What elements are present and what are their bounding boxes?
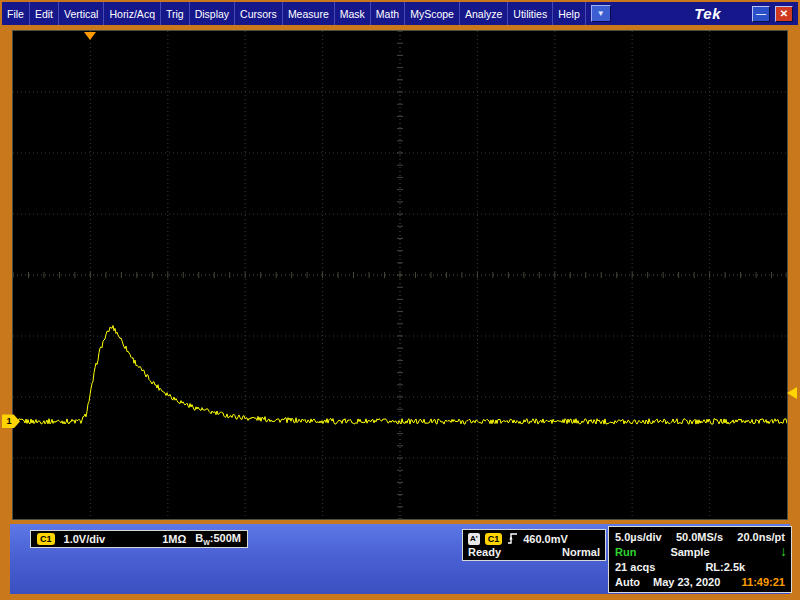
channel-scale: 1.0V/div (64, 533, 106, 545)
menu-item-math[interactable]: Math (371, 2, 405, 25)
trigger-position-marker[interactable] (84, 32, 96, 40)
acq-time: 11:49:21 (742, 576, 785, 588)
channel-readout[interactable]: C1 1.0V/div 1MΩ BW:500M (30, 530, 248, 548)
rising-edge-icon (507, 532, 518, 545)
window-controls: Tek — ✕ (694, 5, 798, 22)
menu-item-cursors[interactable]: Cursors (235, 2, 283, 25)
graticule: 1 (12, 30, 788, 520)
date-row: Auto May 23, 2020 11:49:21 (615, 576, 785, 588)
close-button[interactable]: ✕ (775, 6, 793, 22)
acquisition-readout[interactable]: 5.0µs/div 50.0MS/s 20.0ns/pt Run Sample … (608, 526, 792, 593)
trigger-readout[interactable]: A' C1 460.0mV Ready Normal (462, 529, 606, 561)
oscilloscope-screen: File Edit Vertical Horiz/Acq Trig Displa… (0, 0, 800, 600)
acq-mode: Sample (670, 546, 709, 558)
acq-date: May 23, 2020 (653, 576, 720, 588)
menu-item-utilities[interactable]: Utilities (508, 2, 553, 25)
timebase-row: 5.0µs/div 50.0MS/s 20.0ns/pt (615, 531, 785, 543)
sample-rate: 50.0MS/s (676, 531, 723, 543)
minimize-button[interactable]: — (752, 6, 770, 22)
run-row: Run Sample (615, 546, 785, 558)
trigger-mode: Normal (562, 546, 600, 558)
menu-item-myscope[interactable]: MyScope (405, 2, 460, 25)
menu-item-edit[interactable]: Edit (30, 2, 59, 25)
menu-dropdown-button[interactable]: ▼ (591, 5, 611, 22)
menu-item-horiz-acq[interactable]: Horiz/Acq (104, 2, 161, 25)
status-bar: C1 1.0V/div 1MΩ BW:500M A' C1 460.0mV Re… (10, 524, 790, 594)
sample-resolution: 20.0ns/pt (737, 531, 785, 543)
trigger-settings-row: A' C1 460.0mV (468, 532, 600, 545)
trigger-level-arrow[interactable] (787, 387, 797, 399)
menu-item-trig[interactable]: Trig (161, 2, 190, 25)
run-status: Run (615, 546, 636, 558)
trigger-level-value: 460.0mV (523, 533, 568, 545)
menu-item-analyze[interactable]: Analyze (460, 2, 508, 25)
menu-item-display[interactable]: Display (190, 2, 235, 25)
trigger-status: Ready (468, 546, 501, 558)
menu-item-vertical[interactable]: Vertical (59, 2, 104, 25)
channel-bandwidth: BW:500M (195, 532, 241, 546)
trigger-source-badge: C1 (485, 533, 503, 545)
channel-impedance: 1MΩ (162, 533, 186, 545)
menu-item-help[interactable]: Help (553, 2, 586, 25)
trigger-a-badge: A' (468, 533, 480, 545)
acq-count: 21 acqs (615, 561, 655, 573)
menu-item-file[interactable]: File (2, 2, 30, 25)
menu-item-mask[interactable]: Mask (335, 2, 371, 25)
trigger-indicator-arrow: ↓ (780, 543, 787, 559)
channel-badge: C1 (37, 533, 55, 545)
acq-count-row: 21 acqs RL:2.5k (615, 561, 785, 573)
record-length: RL:2.5k (705, 561, 745, 573)
trigger-status-row: Ready Normal (468, 546, 600, 558)
trigger-auto-mode: Auto (615, 576, 640, 588)
menu-item-measure[interactable]: Measure (283, 2, 335, 25)
timebase-value: 5.0µs/div (615, 531, 662, 543)
tek-logo: Tek (694, 5, 721, 22)
waveform-display (13, 31, 787, 519)
menu-bar: File Edit Vertical Horiz/Acq Trig Displa… (2, 2, 798, 25)
